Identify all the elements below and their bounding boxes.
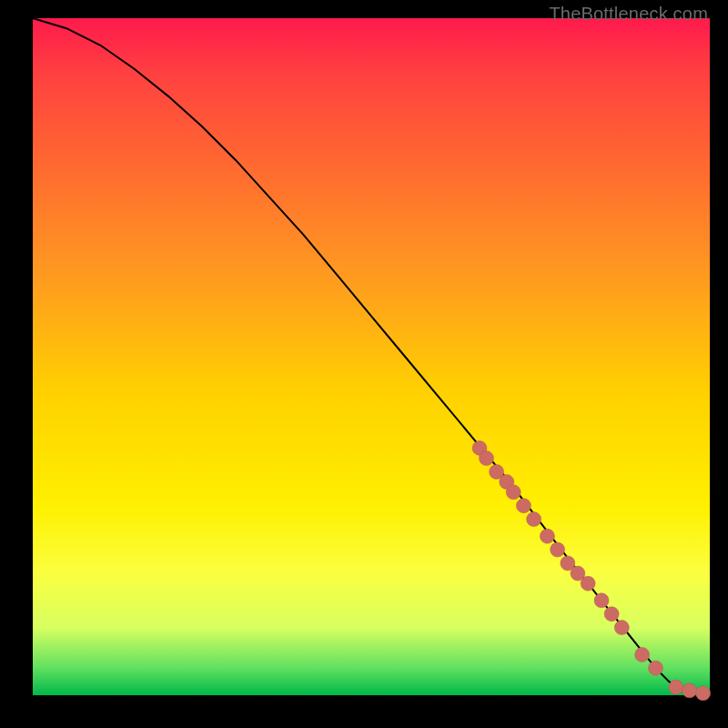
data-point — [604, 607, 619, 622]
data-point — [581, 576, 595, 591]
plot-area — [33, 18, 710, 695]
chart-frame: TheBottleneck.com — [0, 0, 728, 728]
data-point — [540, 529, 554, 543]
watermark-text: TheBottleneck.com — [549, 4, 708, 25]
curve-line — [33, 18, 710, 694]
data-point — [551, 542, 565, 557]
data-point — [506, 485, 521, 500]
data-point — [516, 499, 531, 513]
chart-svg — [33, 18, 710, 695]
data-point — [527, 512, 541, 527]
data-point — [649, 661, 663, 675]
data-point — [614, 621, 629, 635]
data-point — [682, 683, 697, 698]
data-point — [594, 593, 609, 608]
data-point — [696, 686, 711, 701]
data-point — [480, 451, 494, 466]
data-point — [669, 680, 683, 694]
data-point — [635, 647, 650, 662]
scatter-points — [472, 440, 711, 700]
